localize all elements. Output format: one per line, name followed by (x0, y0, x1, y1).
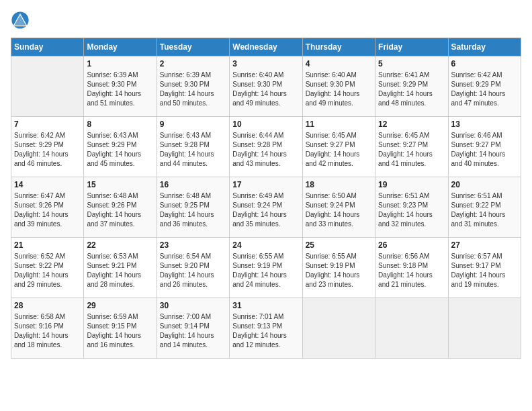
sunset-text: Sunset: 9:22 PM (14, 261, 81, 271)
daylight-text: Daylight: 14 hours and 46 minutes. (14, 150, 81, 169)
sunrise-text: Sunrise: 6:40 AM (232, 71, 299, 80)
day-number: 11 (306, 120, 372, 129)
sunset-text: Sunset: 9:19 PM (306, 261, 372, 271)
day-info: Sunrise: 6:51 AM Sunset: 9:23 PM Dayligh… (378, 191, 445, 229)
sunrise-text: Sunrise: 6:42 AM (14, 131, 81, 140)
sunrise-text: Sunrise: 7:01 AM (232, 312, 299, 322)
sunset-text: Sunset: 9:27 PM (378, 140, 445, 150)
day-number: 28 (14, 301, 81, 310)
calendar-cell: 11 Sunrise: 6:45 AM Sunset: 9:27 PM Dayl… (302, 117, 375, 177)
calendar-cell: 18 Sunrise: 6:50 AM Sunset: 9:24 PM Dayl… (302, 177, 375, 238)
calendar-cell: 24 Sunrise: 6:55 AM Sunset: 9:19 PM Dayl… (230, 238, 302, 298)
day-number: 20 (451, 180, 518, 189)
calendar-week-row: 28 Sunrise: 6:58 AM Sunset: 9:16 PM Dayl… (11, 298, 521, 359)
calendar-table: SundayMondayTuesdayWednesdayThursdayFrid… (11, 38, 521, 359)
sunrise-text: Sunrise: 6:39 AM (160, 71, 226, 80)
daylight-text: Daylight: 14 hours and 36 minutes. (160, 210, 226, 229)
daylight-text: Daylight: 14 hours and 28 minutes. (87, 271, 153, 289)
calendar-cell: 21 Sunrise: 6:52 AM Sunset: 9:22 PM Dayl… (11, 238, 84, 298)
day-info: Sunrise: 6:56 AM Sunset: 9:18 PM Dayligh… (378, 252, 445, 289)
weekday-header-monday: Monday (84, 38, 157, 56)
calendar-cell: 9 Sunrise: 6:43 AM Sunset: 9:28 PM Dayli… (157, 117, 229, 177)
calendar-cell (448, 298, 521, 359)
sunrise-text: Sunrise: 6:50 AM (306, 191, 372, 201)
sunset-text: Sunset: 9:19 PM (232, 261, 299, 271)
day-info: Sunrise: 6:44 AM Sunset: 9:28 PM Dayligh… (232, 131, 299, 169)
calendar-cell: 5 Sunrise: 6:41 AM Sunset: 9:29 PM Dayli… (375, 56, 448, 117)
sunrise-text: Sunrise: 6:47 AM (14, 191, 81, 201)
day-number: 26 (378, 240, 445, 250)
day-info: Sunrise: 6:40 AM Sunset: 9:30 PM Dayligh… (306, 71, 372, 108)
sunrise-text: Sunrise: 6:41 AM (378, 71, 445, 80)
day-number: 31 (232, 301, 299, 310)
daylight-text: Daylight: 14 hours and 50 minutes. (160, 89, 226, 108)
calendar-cell: 2 Sunrise: 6:39 AM Sunset: 9:30 PM Dayli… (157, 56, 229, 117)
daylight-text: Daylight: 14 hours and 14 minutes. (160, 331, 226, 350)
daylight-text: Daylight: 14 hours and 31 minutes. (451, 210, 518, 229)
calendar-cell (375, 298, 448, 359)
day-number: 25 (306, 240, 372, 250)
sunrise-text: Sunrise: 6:59 AM (87, 312, 153, 322)
calendar-week-row: 7 Sunrise: 6:42 AM Sunset: 9:29 PM Dayli… (11, 117, 521, 177)
daylight-text: Daylight: 14 hours and 41 minutes. (378, 150, 445, 169)
sunset-text: Sunset: 9:30 PM (306, 80, 372, 89)
sunset-text: Sunset: 9:29 PM (378, 80, 445, 89)
sunrise-text: Sunrise: 6:56 AM (378, 252, 445, 261)
sunset-text: Sunset: 9:13 PM (232, 322, 299, 331)
calendar-cell: 1 Sunrise: 6:39 AM Sunset: 9:30 PM Dayli… (84, 56, 157, 117)
daylight-text: Daylight: 14 hours and 49 minutes. (232, 89, 299, 108)
daylight-text: Daylight: 14 hours and 24 minutes. (232, 271, 299, 289)
day-info: Sunrise: 6:50 AM Sunset: 9:24 PM Dayligh… (306, 191, 372, 229)
calendar-cell: 30 Sunrise: 7:00 AM Sunset: 9:14 PM Dayl… (157, 298, 229, 359)
calendar-cell: 16 Sunrise: 6:48 AM Sunset: 9:25 PM Dayl… (157, 177, 229, 238)
calendar-cell: 12 Sunrise: 6:45 AM Sunset: 9:27 PM Dayl… (375, 117, 448, 177)
day-number: 4 (306, 59, 372, 68)
day-info: Sunrise: 6:59 AM Sunset: 9:15 PM Dayligh… (87, 312, 153, 350)
day-info: Sunrise: 6:43 AM Sunset: 9:29 PM Dayligh… (87, 131, 153, 169)
day-info: Sunrise: 6:42 AM Sunset: 9:29 PM Dayligh… (451, 71, 518, 108)
daylight-text: Daylight: 14 hours and 12 minutes. (232, 331, 299, 350)
sunset-text: Sunset: 9:29 PM (451, 80, 518, 89)
day-number: 3 (232, 59, 299, 68)
day-info: Sunrise: 6:42 AM Sunset: 9:29 PM Dayligh… (14, 131, 81, 169)
calendar-cell (302, 298, 375, 359)
sunrise-text: Sunrise: 6:43 AM (87, 131, 153, 140)
daylight-text: Daylight: 14 hours and 23 minutes. (306, 271, 372, 289)
daylight-text: Daylight: 14 hours and 21 minutes. (378, 271, 445, 289)
sunset-text: Sunset: 9:21 PM (87, 261, 153, 271)
logo-icon (11, 11, 30, 30)
day-number: 13 (451, 120, 518, 129)
sunset-text: Sunset: 9:24 PM (306, 201, 372, 210)
calendar-cell: 10 Sunrise: 6:44 AM Sunset: 9:28 PM Dayl… (230, 117, 302, 177)
calendar-week-row: 14 Sunrise: 6:47 AM Sunset: 9:26 PM Dayl… (11, 177, 521, 238)
sunset-text: Sunset: 9:29 PM (14, 140, 81, 150)
day-number: 30 (160, 301, 226, 310)
sunset-text: Sunset: 9:16 PM (14, 322, 81, 331)
sunrise-text: Sunrise: 6:58 AM (14, 312, 81, 322)
daylight-text: Daylight: 14 hours and 51 minutes. (87, 89, 153, 108)
day-info: Sunrise: 6:55 AM Sunset: 9:19 PM Dayligh… (306, 252, 372, 289)
sunset-text: Sunset: 9:28 PM (160, 140, 226, 150)
daylight-text: Daylight: 14 hours and 26 minutes. (160, 271, 226, 289)
sunrise-text: Sunrise: 6:46 AM (451, 131, 518, 140)
day-info: Sunrise: 6:55 AM Sunset: 9:19 PM Dayligh… (232, 252, 299, 289)
day-number: 6 (451, 59, 518, 68)
day-number: 23 (160, 240, 226, 250)
weekday-header-row: SundayMondayTuesdayWednesdayThursdayFrid… (11, 38, 521, 56)
day-info: Sunrise: 6:45 AM Sunset: 9:27 PM Dayligh… (378, 131, 445, 169)
sunrise-text: Sunrise: 6:43 AM (160, 131, 226, 140)
daylight-text: Daylight: 14 hours and 37 minutes. (87, 210, 153, 229)
sunrise-text: Sunrise: 7:00 AM (160, 312, 226, 322)
calendar-cell: 13 Sunrise: 6:46 AM Sunset: 9:27 PM Dayl… (448, 117, 521, 177)
day-number: 14 (14, 180, 81, 189)
daylight-text: Daylight: 14 hours and 35 minutes. (232, 210, 299, 229)
weekday-header-wednesday: Wednesday (230, 38, 302, 56)
sunrise-text: Sunrise: 6:51 AM (451, 191, 518, 201)
day-info: Sunrise: 6:40 AM Sunset: 9:30 PM Dayligh… (232, 71, 299, 108)
day-number: 29 (87, 301, 153, 310)
calendar-week-row: 21 Sunrise: 6:52 AM Sunset: 9:22 PM Dayl… (11, 238, 521, 298)
daylight-text: Daylight: 14 hours and 47 minutes. (451, 89, 518, 108)
day-number: 9 (160, 120, 226, 129)
sunset-text: Sunset: 9:27 PM (306, 140, 372, 150)
day-info: Sunrise: 6:39 AM Sunset: 9:30 PM Dayligh… (160, 71, 226, 108)
